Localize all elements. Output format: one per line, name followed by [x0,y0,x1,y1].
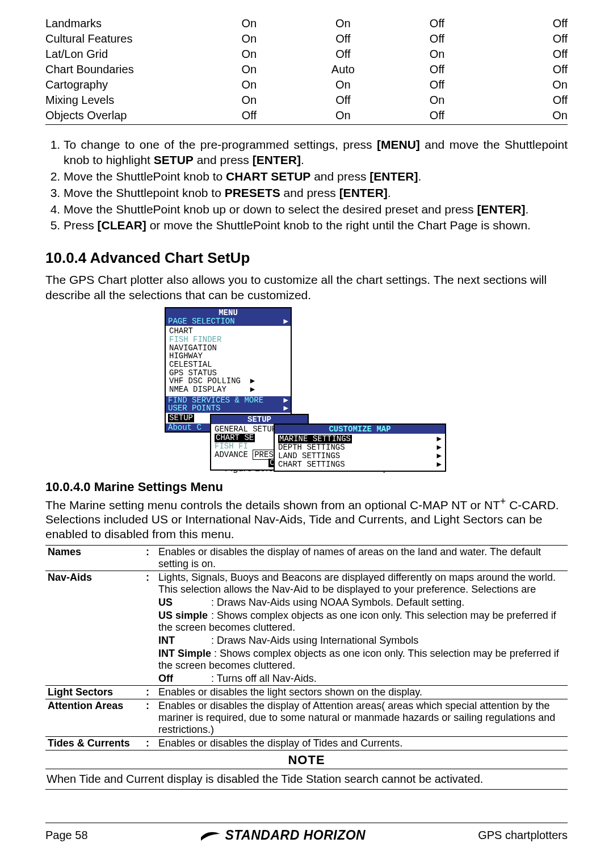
table-cell: Off [390,108,484,125]
row-tides-currents: Tides & Currents [45,736,144,750]
table-cell: On [202,77,296,93]
row-attention-areas: Attention Areas [45,699,144,736]
table-cell: On [202,47,296,62]
menu-keyword: [MENU] [377,138,420,151]
table-cell: Cartography [45,77,202,93]
footer-right: GPS chartplotters [478,829,568,842]
table-cell: Off [484,62,568,77]
row-names: Names [45,545,144,571]
table-cell: On [202,62,296,77]
steps-list: To change to one of the pre-programmed s… [45,137,568,233]
table-cell: On [202,93,296,108]
note-text: When Tide and Current display is disable… [47,773,483,785]
note-box: When Tide and Current display is disable… [45,769,568,790]
table-cell: Cultural Features [45,31,202,47]
table-cell: Landmarks [45,16,202,31]
preset-table: LandmarksOnOnOffOffCultural FeaturesOnOf… [45,16,568,125]
table-cell: Off [202,108,296,125]
table-cell: On [296,108,391,125]
row-light-sectors: Light Sectors [45,685,144,699]
table-cell: Chart Boundaries [45,62,202,77]
table-cell: Off [484,47,568,62]
table-cell: Off [296,93,391,108]
table-cell: Off [390,16,484,31]
menu-customize-map: CUSTOMIZE MAP MARINE SETTINGS▶ DEPTH SET… [274,423,446,472]
table-cell: Off [484,16,568,31]
definitions-table: Names : Enables or disables the display … [45,545,568,750]
swoosh-icon [200,829,221,842]
step1-text: To change to one of the pre-programmed s… [64,138,377,151]
marine-settings-highlight: MARINE SETTINGS [278,435,352,443]
table-cell: Objects Overlap [45,108,202,125]
menu-screenshot: MENU PAGE SELECTION▶ CHART FISH FINDER N… [45,307,568,460]
table-cell: On [296,77,391,93]
table-cell: Off [296,47,391,62]
subsection-intro: The Marine setting menu controls the det… [45,496,568,542]
table-cell: On [390,93,484,108]
table-cell: Off [484,93,568,108]
step-3: Move the Shuttlepoint knob to PRESETS an… [64,186,568,201]
table-cell: Off [390,31,484,47]
table-cell: Off [484,31,568,47]
table-cell: Off [296,31,391,47]
row-nav-aids: Nav-Aids [45,571,144,596]
step-2: Move the ShuttlePoint knob to CHART SETU… [64,169,568,184]
table-cell: On [296,16,391,31]
menu-title: MENU [166,308,291,318]
step-5: Press [CLEAR] or move the ShuttlePoint k… [64,218,568,233]
page-footer: Page 58 STANDARD HORIZON GPS chartplotte… [45,823,568,843]
subsection-title: 10.0.4.0 Marine Settings Menu [45,480,568,494]
step-1: To change to one of the pre-programmed s… [64,137,568,168]
step-4: Move the ShuttlePoint knob up or down to… [64,202,568,217]
table-cell: Off [390,62,484,77]
brand-logo: STANDARD HORIZON [200,828,366,843]
menu-setup-highlight: SETUP [168,414,194,422]
table-cell: On [202,31,296,47]
note-title: NOTE [45,753,568,768]
table-cell: Lat/Lon Grid [45,47,202,62]
table-cell: On [484,108,568,125]
section-title: 10.0.4 Advanced Chart SetUp [45,249,568,267]
table-cell: Auto [296,62,391,77]
table-cell: On [484,77,568,93]
table-cell: Off [390,77,484,93]
page-number: Page 58 [45,829,88,842]
table-cell: On [202,16,296,31]
table-cell: On [390,47,484,62]
table-cell: Mixing Levels [45,93,202,108]
section-intro: The GPS Chart plotter also allows you to… [45,272,568,303]
